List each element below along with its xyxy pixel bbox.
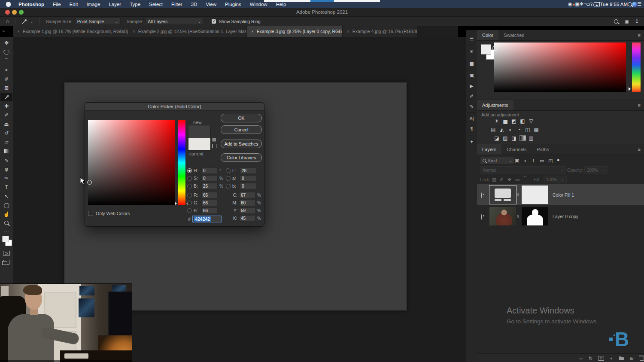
hue-slider-left-arrow[interactable] (175, 202, 177, 205)
photo-filter-icon[interactable]: ◔ (516, 127, 522, 133)
mask-link-icon[interactable]: ∞ (516, 215, 521, 218)
l-radio[interactable] (226, 168, 231, 173)
app-status-icon[interactable]: ● (572, 2, 575, 7)
close-tab-icon[interactable]: × (133, 29, 135, 34)
a-input[interactable]: 0 (240, 175, 256, 182)
layer-row-layer-0-copy[interactable]: ∞ Layer 0 copy (477, 206, 644, 227)
app-titlebar[interactable]: Adobe Photoshop 2021 (0, 8, 644, 17)
close-window-button[interactable] (5, 10, 10, 15)
color-panel-hue-arrow[interactable] (629, 87, 631, 91)
marquee-tool[interactable] (0, 48, 13, 56)
search-icon[interactable] (614, 19, 618, 24)
airplay-icon[interactable] (594, 2, 600, 6)
menu-help[interactable]: Help (272, 2, 291, 7)
h-input[interactable]: 0 (201, 167, 218, 174)
opacity-dropdown[interactable]: 100% ⌄ (584, 166, 608, 174)
b2-input[interactable]: 66 (201, 207, 218, 214)
levels-icon[interactable]: ▅ (502, 118, 509, 124)
color-field-marker[interactable] (87, 180, 92, 185)
move-tool[interactable]: ✥ (0, 39, 13, 47)
mask-link-icon[interactable]: ∞ (516, 193, 521, 196)
histogram-panel-icon[interactable]: ▅ (466, 60, 477, 66)
lasso-tool[interactable]: ⌒ (0, 57, 13, 65)
photo-thumbnail[interactable] (489, 207, 516, 225)
actions-panel-icon[interactable]: ▶ (466, 83, 477, 89)
quick-selection-tool[interactable]: ⌖ (0, 66, 13, 74)
layer-row-color-fill-1[interactable]: ∞ Color Fill 1 (477, 184, 644, 205)
sample-dropdown[interactable]: All Layers ⌄ (146, 18, 203, 25)
b2-radio[interactable] (187, 208, 192, 213)
filter-pixel-layers-icon[interactable]: ▣ (515, 158, 519, 164)
record-icon[interactable]: ◉ (568, 1, 572, 7)
tab-color[interactable]: Color (477, 30, 498, 40)
panel-menu-icon[interactable]: ≡ (638, 103, 641, 108)
brush-tool[interactable]: ✐ (0, 111, 13, 119)
y-input[interactable]: 59 (239, 207, 255, 214)
smudge-tool[interactable]: ∿ (0, 156, 13, 164)
character-panel-icon[interactable]: A| (466, 116, 477, 121)
layer-filter-dropdown[interactable]: Kind ⌄ (480, 157, 514, 164)
lock-artboard-icon[interactable]: ▭ (515, 177, 519, 183)
menu-type[interactable]: Type (125, 2, 145, 7)
web-safe-swatch-icon[interactable] (212, 144, 216, 148)
invert-icon[interactable]: ◪ (493, 135, 500, 141)
menu-file[interactable]: File (49, 2, 65, 7)
visibility-eye-icon[interactable] (481, 192, 482, 198)
hand-tool[interactable]: ☝ (0, 210, 13, 219)
menu-select[interactable]: Select (145, 2, 167, 7)
menu-window[interactable]: Window (246, 2, 272, 7)
add-mask-icon[interactable] (598, 356, 604, 361)
black-white-icon[interactable]: ◐ (507, 127, 514, 133)
filter-type-layers-icon[interactable]: T (532, 158, 535, 163)
new-group-icon[interactable] (619, 357, 624, 360)
close-tab-icon[interactable]: × (251, 29, 254, 34)
b-radio[interactable] (187, 184, 192, 189)
tool-preset-caret-icon[interactable]: ⌄ (30, 20, 33, 23)
pen-tool[interactable]: ✑ (0, 174, 13, 183)
dialog-titlebar[interactable]: Color Picker (Solid Color) (85, 103, 264, 111)
tab-channels[interactable]: Channels (501, 144, 532, 155)
history-brush-tool[interactable]: ↺ (0, 129, 13, 137)
threshold-icon[interactable]: ◨ (510, 135, 517, 141)
apple-icon[interactable] (6, 2, 11, 7)
clone-stamp-tool[interactable]: ⏏ (0, 120, 13, 128)
dropbox-icon[interactable]: ❖ (580, 1, 584, 7)
current-color-swatch[interactable] (188, 138, 211, 151)
filter-adjustment-layers-icon[interactable]: ◑ (523, 158, 526, 163)
bchannel-input[interactable]: 0 (240, 183, 256, 189)
color-fill-thumbnail[interactable] (489, 186, 516, 204)
crop-tool[interactable]: # (0, 75, 13, 83)
screen-mode-button[interactable] (0, 258, 13, 266)
brightness-contrast-icon[interactable]: ☀ (493, 118, 500, 124)
shape-tool[interactable]: ◯ (0, 201, 13, 210)
new-adjustment-layer-icon[interactable]: ◐ (610, 356, 613, 361)
foreground-color-swatch[interactable] (481, 44, 491, 55)
h-radio[interactable] (187, 168, 192, 173)
eraser-tool[interactable]: ▱ (0, 138, 13, 146)
menubar-clock[interactable]: Tue 9:55 AM (600, 2, 628, 7)
selective-color-icon[interactable]: ▥ (528, 135, 535, 141)
tab-adjustments[interactable]: Adjustments (477, 100, 513, 110)
posterize-icon[interactable]: ▨ (502, 135, 509, 141)
lock-position-icon[interactable]: ✥ (507, 177, 511, 183)
tab-example-1[interactable]: × Example 1.jpg @ 16.7% (White Backgroun… (13, 26, 128, 37)
control-center-icon[interactable]: ☰ (637, 1, 641, 7)
path-selection-tool[interactable]: ↖ (0, 192, 13, 201)
menu-edit[interactable]: Edit (65, 2, 82, 7)
menu-3d[interactable]: 3D (187, 2, 202, 7)
spotlight-icon[interactable] (628, 2, 632, 6)
color-lookup-icon[interactable]: ▦ (533, 127, 540, 133)
k-input[interactable]: 45 (239, 215, 255, 222)
menu-image[interactable]: Image (82, 2, 104, 7)
menu-view[interactable]: View (201, 2, 221, 7)
layer-style-icon[interactable]: fx (589, 356, 592, 361)
fill-dropdown[interactable]: 100% ⌄ (544, 176, 567, 183)
lock-transparency-icon[interactable]: ▨ (492, 177, 496, 183)
wifi-icon[interactable] (589, 3, 594, 6)
filter-smart-objects-icon[interactable]: ◰ (548, 158, 553, 164)
g-input[interactable]: 66 (201, 200, 218, 206)
s-radio[interactable] (187, 176, 192, 181)
paragraph-panel-icon[interactable]: ¶ (466, 126, 477, 131)
filter-shape-layers-icon[interactable]: ▭ (540, 158, 544, 164)
b-input[interactable]: 26 (201, 183, 218, 189)
